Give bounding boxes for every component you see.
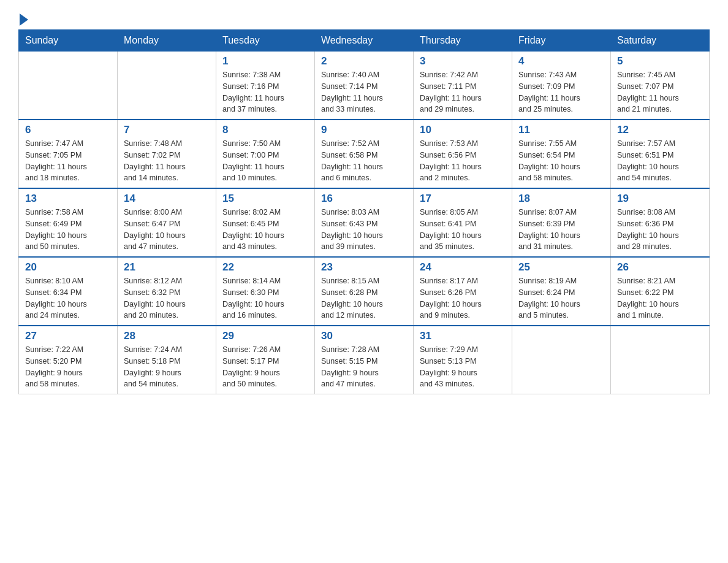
day-info: Sunrise: 8:19 AMSunset: 6:24 PMDaylight:… <box>518 275 604 321</box>
calendar-cell: 23Sunrise: 8:15 AMSunset: 6:28 PMDayligh… <box>315 257 414 326</box>
calendar-cell: 21Sunrise: 8:12 AMSunset: 6:32 PMDayligh… <box>118 257 216 326</box>
calendar-week-row: 27Sunrise: 7:22 AMSunset: 5:20 PMDayligh… <box>19 326 710 394</box>
day-number: 19 <box>617 193 703 205</box>
day-info: Sunrise: 7:45 AMSunset: 7:07 PMDaylight:… <box>617 69 703 115</box>
calendar-cell: 24Sunrise: 8:17 AMSunset: 6:26 PMDayligh… <box>414 257 512 326</box>
calendar-cell: 28Sunrise: 7:24 AMSunset: 5:18 PMDayligh… <box>118 326 216 394</box>
calendar-cell <box>512 326 611 394</box>
day-info: Sunrise: 8:03 AMSunset: 6:43 PMDaylight:… <box>321 207 407 253</box>
calendar-cell: 3Sunrise: 7:42 AMSunset: 7:11 PMDaylight… <box>414 52 512 120</box>
day-number: 23 <box>321 261 407 274</box>
day-number: 12 <box>617 124 703 136</box>
day-number: 28 <box>124 330 210 342</box>
day-number: 1 <box>222 55 308 67</box>
day-number: 20 <box>25 261 111 274</box>
calendar-cell <box>611 326 710 394</box>
day-number: 26 <box>617 261 703 274</box>
calendar-cell: 8Sunrise: 7:50 AMSunset: 7:00 PMDaylight… <box>216 120 315 188</box>
logo-arrow-icon <box>20 13 28 26</box>
calendar-cell: 12Sunrise: 7:57 AMSunset: 6:51 PMDayligh… <box>611 120 710 188</box>
day-number: 6 <box>25 124 111 136</box>
day-number: 15 <box>222 193 308 205</box>
calendar-cell: 7Sunrise: 7:48 AMSunset: 7:02 PMDaylight… <box>118 120 216 188</box>
day-number: 10 <box>420 124 506 136</box>
calendar-cell: 31Sunrise: 7:29 AMSunset: 5:13 PMDayligh… <box>414 326 512 394</box>
calendar-cell: 20Sunrise: 8:10 AMSunset: 6:34 PMDayligh… <box>19 257 118 326</box>
day-info: Sunrise: 7:58 AMSunset: 6:49 PMDaylight:… <box>25 207 111 253</box>
day-info: Sunrise: 7:43 AMSunset: 7:09 PMDaylight:… <box>518 69 604 115</box>
day-info: Sunrise: 8:15 AMSunset: 6:28 PMDaylight:… <box>321 275 407 321</box>
day-number: 25 <box>518 261 604 274</box>
column-header-monday: Monday <box>118 30 216 52</box>
day-info: Sunrise: 7:40 AMSunset: 7:14 PMDaylight:… <box>321 69 407 115</box>
day-info: Sunrise: 8:07 AMSunset: 6:39 PMDaylight:… <box>518 207 604 253</box>
calendar-cell: 25Sunrise: 8:19 AMSunset: 6:24 PMDayligh… <box>512 257 611 326</box>
day-number: 4 <box>518 55 604 67</box>
calendar-cell: 13Sunrise: 7:58 AMSunset: 6:49 PMDayligh… <box>19 188 118 257</box>
calendar-cell: 16Sunrise: 8:03 AMSunset: 6:43 PMDayligh… <box>315 188 414 257</box>
calendar-cell: 26Sunrise: 8:21 AMSunset: 6:22 PMDayligh… <box>611 257 710 326</box>
day-info: Sunrise: 7:29 AMSunset: 5:13 PMDaylight:… <box>420 344 506 390</box>
day-number: 3 <box>420 55 506 67</box>
calendar-table: SundayMondayTuesdayWednesdayThursdayFrid… <box>18 29 710 394</box>
day-number: 31 <box>420 330 506 342</box>
day-info: Sunrise: 8:02 AMSunset: 6:45 PMDaylight:… <box>222 207 308 253</box>
day-info: Sunrise: 8:05 AMSunset: 6:41 PMDaylight:… <box>420 207 506 253</box>
day-number: 21 <box>124 261 210 274</box>
calendar-week-row: 1Sunrise: 7:38 AMSunset: 7:16 PMDaylight… <box>19 52 710 120</box>
calendar-week-row: 13Sunrise: 7:58 AMSunset: 6:49 PMDayligh… <box>19 188 710 257</box>
calendar-cell <box>19 52 118 120</box>
day-info: Sunrise: 7:26 AMSunset: 5:17 PMDaylight:… <box>222 344 308 390</box>
day-number: 29 <box>222 330 308 342</box>
calendar-cell: 30Sunrise: 7:28 AMSunset: 5:15 PMDayligh… <box>315 326 414 394</box>
day-info: Sunrise: 8:00 AMSunset: 6:47 PMDaylight:… <box>124 207 210 253</box>
day-info: Sunrise: 8:12 AMSunset: 6:32 PMDaylight:… <box>124 275 210 321</box>
day-number: 8 <box>222 124 308 136</box>
day-number: 2 <box>321 55 407 67</box>
calendar-cell: 22Sunrise: 8:14 AMSunset: 6:30 PMDayligh… <box>216 257 315 326</box>
day-info: Sunrise: 7:47 AMSunset: 7:05 PMDaylight:… <box>25 138 111 184</box>
day-info: Sunrise: 7:57 AMSunset: 6:51 PMDaylight:… <box>617 138 703 184</box>
column-header-wednesday: Wednesday <box>315 30 414 52</box>
day-info: Sunrise: 7:48 AMSunset: 7:02 PMDaylight:… <box>124 138 210 184</box>
logo <box>18 12 28 23</box>
calendar-cell: 9Sunrise: 7:52 AMSunset: 6:58 PMDaylight… <box>315 120 414 188</box>
calendar-cell: 19Sunrise: 8:08 AMSunset: 6:36 PMDayligh… <box>611 188 710 257</box>
day-number: 27 <box>25 330 111 342</box>
calendar-cell: 29Sunrise: 7:26 AMSunset: 5:17 PMDayligh… <box>216 326 315 394</box>
calendar-cell: 4Sunrise: 7:43 AMSunset: 7:09 PMDaylight… <box>512 52 611 120</box>
day-info: Sunrise: 7:42 AMSunset: 7:11 PMDaylight:… <box>420 69 506 115</box>
calendar-cell: 18Sunrise: 8:07 AMSunset: 6:39 PMDayligh… <box>512 188 611 257</box>
day-number: 11 <box>518 124 604 136</box>
day-info: Sunrise: 7:53 AMSunset: 6:56 PMDaylight:… <box>420 138 506 184</box>
day-number: 24 <box>420 261 506 274</box>
day-info: Sunrise: 8:21 AMSunset: 6:22 PMDaylight:… <box>617 275 703 321</box>
day-info: Sunrise: 7:52 AMSunset: 6:58 PMDaylight:… <box>321 138 407 184</box>
calendar-week-row: 6Sunrise: 7:47 AMSunset: 7:05 PMDaylight… <box>19 120 710 188</box>
calendar-header-row: SundayMondayTuesdayWednesdayThursdayFrid… <box>19 30 710 52</box>
column-header-sunday: Sunday <box>19 30 118 52</box>
calendar-cell: 17Sunrise: 8:05 AMSunset: 6:41 PMDayligh… <box>414 188 512 257</box>
day-number: 5 <box>617 55 703 67</box>
calendar-cell: 15Sunrise: 8:02 AMSunset: 6:45 PMDayligh… <box>216 188 315 257</box>
day-number: 7 <box>124 124 210 136</box>
calendar-cell: 10Sunrise: 7:53 AMSunset: 6:56 PMDayligh… <box>414 120 512 188</box>
day-number: 9 <box>321 124 407 136</box>
day-number: 13 <box>25 193 111 205</box>
day-info: Sunrise: 8:17 AMSunset: 6:26 PMDaylight:… <box>420 275 506 321</box>
day-info: Sunrise: 7:22 AMSunset: 5:20 PMDaylight:… <box>25 344 111 390</box>
page-header <box>18 12 710 23</box>
calendar-cell: 6Sunrise: 7:47 AMSunset: 7:05 PMDaylight… <box>19 120 118 188</box>
calendar-cell: 27Sunrise: 7:22 AMSunset: 5:20 PMDayligh… <box>19 326 118 394</box>
day-info: Sunrise: 8:10 AMSunset: 6:34 PMDaylight:… <box>25 275 111 321</box>
calendar-cell: 11Sunrise: 7:55 AMSunset: 6:54 PMDayligh… <box>512 120 611 188</box>
calendar-week-row: 20Sunrise: 8:10 AMSunset: 6:34 PMDayligh… <box>19 257 710 326</box>
day-info: Sunrise: 8:14 AMSunset: 6:30 PMDaylight:… <box>222 275 308 321</box>
day-info: Sunrise: 7:38 AMSunset: 7:16 PMDaylight:… <box>222 69 308 115</box>
day-info: Sunrise: 7:24 AMSunset: 5:18 PMDaylight:… <box>124 344 210 390</box>
day-info: Sunrise: 8:08 AMSunset: 6:36 PMDaylight:… <box>617 207 703 253</box>
day-number: 30 <box>321 330 407 342</box>
column-header-saturday: Saturday <box>611 30 710 52</box>
column-header-thursday: Thursday <box>414 30 512 52</box>
calendar-cell: 5Sunrise: 7:45 AMSunset: 7:07 PMDaylight… <box>611 52 710 120</box>
